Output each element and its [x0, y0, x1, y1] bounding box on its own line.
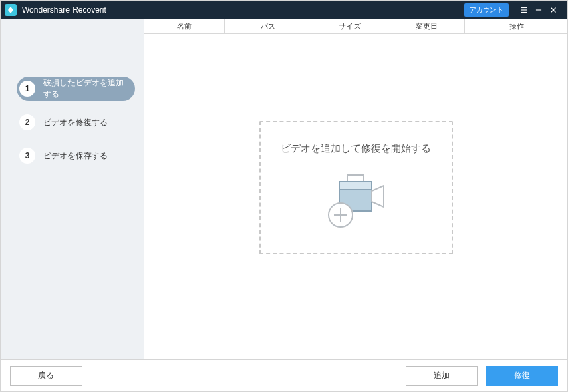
step-1-add-video[interactable]: 1 破損したビデオを追加する	[17, 77, 135, 101]
app-title: Wondershare Recoverit	[22, 5, 106, 15]
column-operations[interactable]: 操作	[465, 19, 567, 33]
column-path[interactable]: パス	[225, 19, 311, 33]
camera-add-icon	[319, 171, 393, 234]
dropzone-message: ビデオを追加して修復を開始する	[281, 142, 431, 155]
account-button[interactable]: アカウント	[464, 3, 509, 17]
titlebar: Wondershare Recoverit アカウント	[1, 1, 567, 19]
column-date[interactable]: 変更日	[388, 19, 465, 33]
close-icon[interactable]	[546, 3, 561, 17]
minimize-icon[interactable]	[531, 3, 546, 17]
app-logo-icon	[5, 4, 17, 16]
sidebar: 1 破損したビデオを追加する 2 ビデオを修復する 3 ビデオを保存する	[1, 19, 144, 359]
footer: 戻る 追加 修復	[1, 359, 567, 391]
add-video-dropzone[interactable]: ビデオを追加して修復を開始する	[259, 121, 453, 254]
step-number: 1	[19, 81, 35, 97]
column-name[interactable]: 名前	[144, 19, 225, 33]
main-panel: 名前 パス サイズ 変更日 操作 ビデオを追加して修復を開始する	[144, 19, 567, 359]
step-2-repair-video[interactable]: 2 ビデオを修復する	[17, 110, 135, 134]
column-size[interactable]: サイズ	[311, 19, 388, 33]
svg-rect-8	[339, 182, 372, 190]
step-label: ビデオを修復する	[43, 117, 108, 128]
step-label: ビデオを保存する	[43, 150, 108, 162]
step-number: 2	[19, 114, 35, 130]
back-button[interactable]: 戻る	[10, 366, 82, 386]
step-label: 破損したビデオを追加する	[43, 77, 127, 100]
drop-area: ビデオを追加して修復を開始する	[144, 34, 567, 359]
step-3-save-video[interactable]: 3 ビデオを保存する	[17, 144, 135, 168]
add-button[interactable]: 追加	[406, 366, 478, 386]
step-number: 3	[19, 148, 35, 164]
menu-icon[interactable]	[517, 3, 531, 17]
svg-rect-6	[347, 175, 364, 182]
repair-button[interactable]: 修復	[486, 366, 558, 386]
table-header: 名前 パス サイズ 変更日 操作	[144, 19, 567, 34]
